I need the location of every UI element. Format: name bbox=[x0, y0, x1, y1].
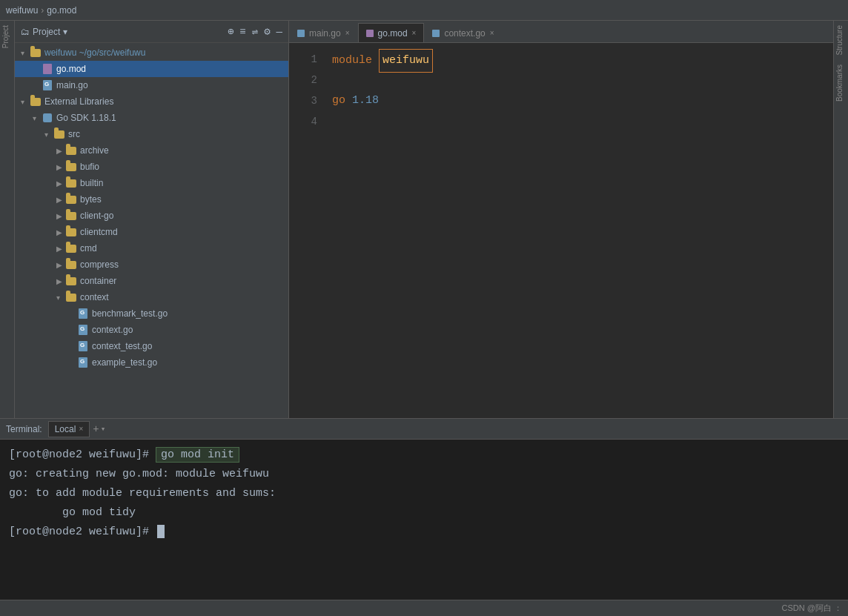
bottom-panel: Terminal: Local × + ▾ [root@node2 weifuw… bbox=[0, 418, 848, 600]
tree-arrow-bufio: ▶ bbox=[56, 163, 65, 171]
terminal-tab-close[interactable]: × bbox=[79, 425, 83, 433]
module-name: weifuwu bbox=[379, 49, 433, 73]
tree-arrow-builtin: ▶ bbox=[56, 179, 65, 188]
tree-icon-context.go bbox=[77, 325, 89, 335]
tree-label-example_test.go: example_test.go bbox=[92, 357, 157, 368]
tree-label-bufio: bufio bbox=[80, 162, 99, 172]
tree-arrow-container: ▶ bbox=[56, 277, 65, 285]
tree-item-src[interactable]: ▾src bbox=[15, 126, 288, 142]
tree-arrow-context: ▾ bbox=[56, 294, 65, 302]
code-line-1: module weifuwu bbox=[332, 49, 827, 70]
terminal-output-3: go: to add module requirements and sums: bbox=[9, 487, 276, 500]
terminal-line-4: go mod tidy bbox=[9, 503, 839, 523]
tree-item-container[interactable]: ▶container bbox=[15, 273, 288, 289]
tab-main-go-tab[interactable]: main.go× bbox=[289, 23, 358, 42]
terminal-output-2: go: creating new go.mod: module weifuwu bbox=[9, 468, 269, 480]
bookmarks-vertical-label[interactable]: Bookmarks bbox=[834, 60, 848, 106]
terminal-prompt-5: [root@node2 weifuwu]# bbox=[9, 526, 156, 538]
tree-icon-client-go bbox=[65, 211, 77, 221]
tree-arrow-cmd: ▶ bbox=[56, 245, 65, 253]
terminal-label: Terminal: bbox=[6, 424, 42, 434]
code-editor[interactable]: 1 2 3 4 module weifuwu go 1.18 bbox=[289, 43, 833, 418]
toolbar-icon-settings[interactable]: ⚙ bbox=[264, 25, 270, 38]
tree-item-example_test.go[interactable]: example_test.go bbox=[15, 354, 288, 371]
tree-label-context_test.go: context_test.go bbox=[92, 341, 152, 351]
tab-close-context-go-tab[interactable]: × bbox=[490, 29, 494, 37]
code-line-3: go 1.18 bbox=[332, 90, 827, 111]
terminal-content[interactable]: [root@node2 weifuwu]# go mod init go: cr… bbox=[0, 440, 848, 600]
terminal-tab-local[interactable]: Local × bbox=[48, 421, 90, 437]
tree-label-container: container bbox=[80, 276, 116, 286]
editor-area: main.go×go.mod×context.go× 1 2 3 4 modul… bbox=[289, 21, 833, 418]
terminal-add-button[interactable]: + bbox=[93, 423, 99, 435]
status-bar: CSDN @阿白 ： bbox=[0, 600, 848, 616]
terminal-cursor bbox=[157, 525, 165, 538]
tree-item-archive[interactable]: ▶archive bbox=[15, 142, 288, 159]
tree-label-clientcmd: clientcmd bbox=[80, 227, 118, 237]
tree-icon-src bbox=[53, 129, 65, 139]
title-separator: › bbox=[41, 5, 44, 16]
go-version: 1.18 bbox=[352, 90, 379, 111]
main-area: Project 🗂 Project ▾ ⊕ ≡ ⇌ ⚙ — ▾weifuwu ~… bbox=[0, 21, 848, 418]
terminal-tab-label: Local bbox=[55, 424, 76, 434]
tree-label-weifuwu-root: weifuwu ~/go/src/weifuwu bbox=[44, 47, 145, 58]
title-bar: weifuwu › go.mod bbox=[0, 0, 848, 21]
tree-item-bufio[interactable]: ▶bufio bbox=[15, 159, 288, 175]
tab-close-go-mod-tab[interactable]: × bbox=[412, 29, 417, 37]
project-vertical-tab[interactable]: Project bbox=[0, 21, 14, 53]
tab-close-main-go-tab[interactable]: × bbox=[345, 29, 350, 37]
tree-item-cmd[interactable]: ▶cmd bbox=[15, 240, 288, 256]
tree-item-clientcmd[interactable]: ▶clientcmd bbox=[15, 224, 288, 240]
project-toolbar: 🗂 Project ▾ ⊕ ≡ ⇌ ⚙ — bbox=[15, 21, 288, 43]
tree-icon-benchmark_test.go bbox=[77, 308, 89, 319]
tree-item-context[interactable]: ▾context bbox=[15, 289, 288, 305]
tab-icon-go-mod-tab bbox=[366, 30, 374, 37]
tree-item-weifuwu-root[interactable]: ▾weifuwu ~/go/src/weifuwu bbox=[15, 44, 288, 61]
tree-icon-bufio bbox=[65, 162, 77, 172]
tree-icon-context_test.go bbox=[77, 341, 89, 351]
project-dropdown-icon[interactable]: ▾ bbox=[63, 27, 67, 37]
tree-label-context.go: context.go bbox=[92, 325, 133, 335]
tree-item-compress[interactable]: ▶compress bbox=[15, 256, 288, 273]
tree-item-main-go[interactable]: main.go bbox=[15, 77, 288, 93]
tree-item-builtin[interactable]: ▶builtin bbox=[15, 175, 288, 191]
tree-arrow-go-sdk: ▾ bbox=[33, 114, 42, 122]
structure-vertical-label[interactable]: Structure bbox=[834, 21, 848, 60]
tree-arrow-client-go: ▶ bbox=[56, 212, 65, 220]
tree-item-client-go[interactable]: ▶client-go bbox=[15, 208, 288, 224]
terminal-line-5: [root@node2 weifuwu]# bbox=[9, 523, 839, 542]
tree-icon-archive bbox=[65, 145, 77, 156]
tree-icon-container bbox=[65, 276, 77, 286]
tree-item-benchmark_test.go[interactable]: benchmark_test.go bbox=[15, 305, 288, 322]
terminal-line-2: go: creating new go.mod: module weifuwu bbox=[9, 465, 839, 484]
file-tree: ▾weifuwu ~/go/src/weifuwugo.modmain.go▾E… bbox=[15, 43, 288, 418]
tree-label-client-go: client-go bbox=[80, 211, 113, 221]
toolbar-icon-sync[interactable]: ⇌ bbox=[252, 25, 258, 38]
toolbar-icons: ⊕ ≡ ⇌ ⚙ — bbox=[228, 25, 282, 38]
toolbar-icon-minimize[interactable]: — bbox=[276, 26, 282, 38]
tree-label-archive: archive bbox=[80, 145, 109, 156]
tree-arrow-archive: ▶ bbox=[56, 147, 65, 155]
tree-item-context_test.go[interactable]: context_test.go bbox=[15, 338, 288, 354]
tree-item-go-sdk[interactable]: ▾Go SDK 1.18.1 bbox=[15, 110, 288, 126]
tree-item-external-libs[interactable]: ▾External Libraries bbox=[15, 93, 288, 110]
toolbar-icon-globe[interactable]: ⊕ bbox=[228, 25, 233, 38]
terminal-dropdown-icon[interactable]: ▾ bbox=[101, 424, 106, 434]
project-text[interactable]: Project bbox=[33, 27, 60, 37]
toolbar-icon-list[interactable]: ≡ bbox=[239, 26, 245, 38]
code-content[interactable]: module weifuwu go 1.18 bbox=[326, 49, 833, 412]
tree-icon-clientcmd bbox=[65, 227, 77, 237]
tree-item-bytes[interactable]: ▶bytes bbox=[15, 191, 288, 208]
tree-icon-weifuwu-root bbox=[30, 47, 42, 58]
tree-arrow-src: ▾ bbox=[44, 130, 53, 139]
tree-arrow-external-libs: ▾ bbox=[21, 98, 30, 106]
tab-go-mod-tab[interactable]: go.mod× bbox=[358, 23, 425, 42]
terminal-toolbar: Terminal: Local × + ▾ bbox=[0, 419, 848, 440]
terminal-line-1: [root@node2 weifuwu]# go mod init bbox=[9, 446, 839, 465]
tree-label-builtin: builtin bbox=[80, 178, 103, 188]
tree-item-context.go[interactable]: context.go bbox=[15, 322, 288, 338]
tree-item-go-mod[interactable]: go.mod bbox=[15, 61, 288, 77]
title-filename: go.mod bbox=[47, 5, 76, 16]
project-label: 🗂 Project ▾ bbox=[21, 27, 67, 37]
tab-context-go-tab[interactable]: context.go× bbox=[424, 23, 502, 42]
